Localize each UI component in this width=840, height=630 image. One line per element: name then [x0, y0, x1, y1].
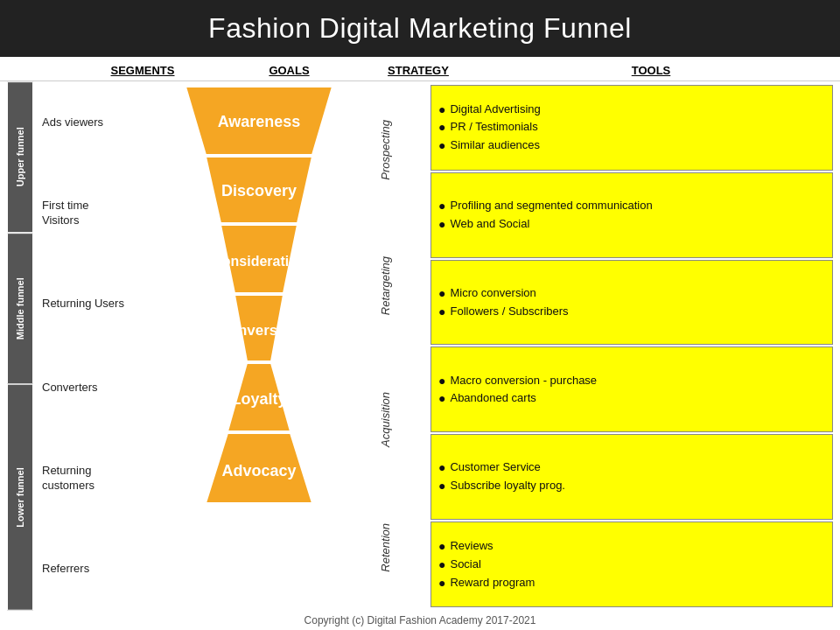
- segment-returning-users: Returning Users: [42, 297, 173, 312]
- tool-text: Profiling and segmented communication: [450, 198, 652, 214]
- svg-text:Discovery: Discovery: [220, 182, 296, 200]
- page-title: Fashion Digital Marketing Funnel: [0, 0, 840, 57]
- segment-converters: Converters: [42, 381, 173, 396]
- copyright: Copyright (c) Digital Fashion Academy 20…: [0, 611, 840, 630]
- bullet-icon: ●: [438, 538, 445, 555]
- tool-item: ●Similar audiences: [438, 137, 825, 154]
- svg-text:Conversion: Conversion: [218, 322, 300, 339]
- col-header-tools: TOOLS: [462, 64, 840, 77]
- tool-item: ●Social: [438, 556, 825, 573]
- bullet-icon: ●: [438, 556, 445, 573]
- segment-referrers: Referrers: [42, 562, 173, 577]
- tool-text: Subscribe loyalty prog.: [450, 478, 565, 494]
- funnel-column: Awareness Discovery Consideration Conver…: [173, 81, 344, 611]
- col-header-segments: SEGMENTS: [33, 64, 204, 77]
- tool-box-advocacy: ●Reviews ●Social ●Reward program: [430, 522, 833, 607]
- side-label-upper: Upper funnel: [7, 81, 33, 233]
- tool-item: ●Macro conversion - purchase: [438, 373, 825, 389]
- column-headers: SEGMENTS GOALS STRATEGY TOOLS: [0, 57, 840, 81]
- side-label-lower: Lower funnel: [7, 384, 33, 611]
- tool-text: Social: [450, 556, 480, 572]
- tool-text: Macro conversion - purchase: [450, 373, 597, 388]
- strategy-column: Prospecting Retargeting Acquisition Rete…: [344, 81, 427, 611]
- strategy-prospecting: Prospecting: [379, 120, 392, 180]
- strategy-acquisition: Acquisition: [379, 392, 392, 447]
- tool-item: ●Followers / Subscribers: [438, 304, 825, 320]
- tool-item: ●Subscribe loyalty prog.: [438, 478, 825, 494]
- tool-item: ●Web and Social: [438, 216, 825, 233]
- bullet-icon: ●: [438, 102, 445, 118]
- bullet-icon: ●: [438, 119, 445, 136]
- tool-text: Abandoned carts: [450, 390, 536, 406]
- bullet-icon: ●: [438, 373, 445, 389]
- funnel-svg: Awareness Discovery Consideration Conver…: [177, 85, 341, 592]
- tool-text: Customer Service: [450, 459, 540, 475]
- tool-text: Similar audiences: [450, 137, 540, 153]
- side-labels: Upper funnel Middle funnel Lower funnel: [7, 81, 33, 611]
- bullet-icon: ●: [438, 304, 445, 320]
- tool-item: ●Digital Advertising: [438, 102, 825, 118]
- col-header-strategy: STRATEGY: [374, 64, 462, 77]
- tool-box-discovery: ●Profiling and segmented communication ●…: [430, 172, 833, 258]
- page-wrapper: Fashion Digital Marketing Funnel SEGMENT…: [0, 0, 840, 630]
- strategy-retargeting: Retargeting: [379, 256, 392, 315]
- segment-returning-customers: Returning customers: [42, 464, 173, 494]
- svg-text:Awareness: Awareness: [217, 113, 300, 130]
- tool-item: ●PR / Testimonials: [438, 119, 825, 136]
- side-label-middle: Middle funnel: [7, 233, 33, 384]
- segment-first-time-visitors: First time Visitors: [42, 199, 173, 228]
- bullet-icon: ●: [438, 285, 445, 302]
- tool-box-consideration: ●Micro conversion ●Followers / Subscribe…: [430, 260, 833, 346]
- tool-text: Reviews: [450, 538, 493, 554]
- bullet-icon: ●: [438, 137, 445, 154]
- tool-item: ●Micro conversion: [438, 285, 825, 302]
- tool-item: ●Reviews: [438, 538, 825, 555]
- tool-item: ●Profiling and segmented communication: [438, 198, 825, 214]
- tool-text: Followers / Subscribers: [450, 304, 568, 319]
- tool-box-loyalty: ●Customer Service ●Subscribe loyalty pro…: [430, 434, 833, 520]
- tool-item: ●Customer Service: [438, 459, 825, 476]
- svg-text:Loyalty: Loyalty: [231, 390, 286, 408]
- bullet-icon: ●: [438, 216, 445, 233]
- tool-item: ●Abandoned carts: [438, 390, 825, 407]
- bullet-icon: ●: [438, 478, 445, 494]
- strategy-retention: Retention: [379, 523, 392, 572]
- bullet-icon: ●: [438, 575, 445, 592]
- tool-text: PR / Testimonials: [450, 119, 537, 135]
- bullet-icon: ●: [438, 459, 445, 476]
- main-content: Upper funnel Middle funnel Lower funnel …: [0, 81, 840, 611]
- segment-ads-viewers: Ads viewers: [42, 116, 173, 130]
- tools-column: ●Digital Advertising ●PR / Testimonials …: [427, 81, 840, 611]
- bullet-icon: ●: [438, 198, 445, 214]
- svg-text:Consideration: Consideration: [212, 254, 306, 269]
- svg-text:Advocacy: Advocacy: [221, 462, 296, 480]
- tool-box-awareness: ●Digital Advertising ●PR / Testimonials …: [430, 85, 833, 171]
- tool-text: Digital Advertising: [450, 102, 540, 117]
- bullet-icon: ●: [438, 390, 445, 407]
- col-header-goals: GOALS: [204, 64, 374, 77]
- tool-item: ●Reward program: [438, 575, 825, 592]
- tool-text: Micro conversion: [450, 285, 536, 301]
- tool-text: Reward program: [450, 575, 535, 591]
- segments-column: Ads viewers First time Visitors Returnin…: [33, 81, 173, 611]
- tool-box-conversion: ●Macro conversion - purchase ●Abandoned …: [430, 346, 833, 432]
- tool-text: Web and Social: [450, 216, 529, 232]
